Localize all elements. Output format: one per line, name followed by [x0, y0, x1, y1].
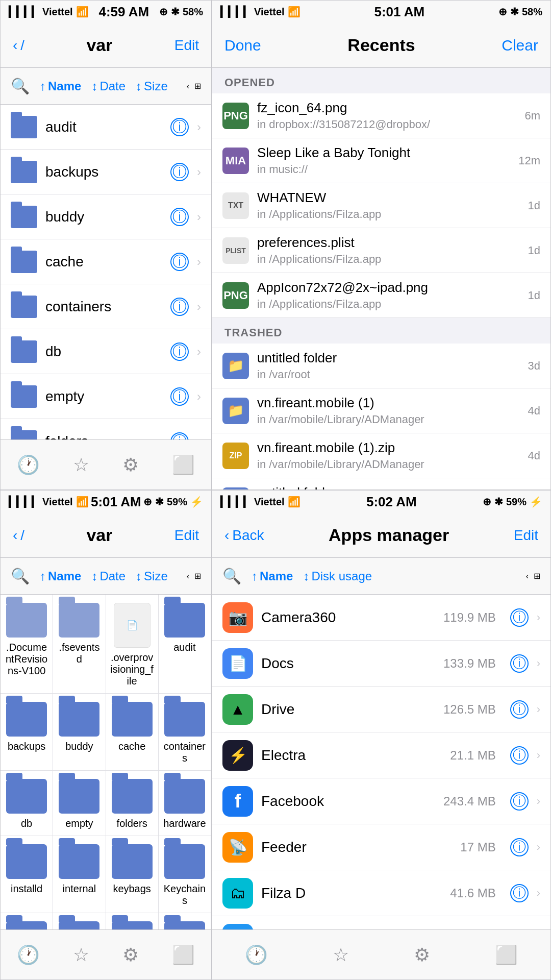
grid-item[interactable]: empty — [53, 771, 106, 836]
tab-recents-br[interactable]: 🕐 — [245, 944, 268, 966]
tab-files-tl[interactable]: ⬜ — [172, 454, 195, 476]
info-btn[interactable]: ⓘ — [170, 208, 189, 226]
list-item[interactable]: 📁 vn.fireant.mobile (1) in /var/mobile/L… — [212, 388, 550, 433]
info-btn-facebook[interactable]: ⓘ — [510, 792, 529, 811]
grid-item[interactable]: lock — [106, 913, 159, 929]
list-item[interactable]: 📁 untitled folder in / 4d — [212, 478, 550, 489]
info-btn-filza[interactable]: ⓘ — [510, 884, 529, 902]
app-item-drive[interactable]: ▲ Drive 126.5 MB ⓘ › — [212, 687, 550, 732]
chevron-left-tl[interactable]: ‹ — [187, 82, 189, 91]
grid-item[interactable]: 📄 .overprovisioning_file — [106, 595, 159, 694]
list-item[interactable]: PNG fz_icon_64.png in dropbox://31508721… — [212, 93, 550, 138]
tab-settings-br[interactable]: ⚙ — [414, 944, 430, 966]
app-item-camera360[interactable]: 📷 Camera360 119.9 MB ⓘ › — [212, 595, 550, 641]
tab-recents-tl[interactable]: 🕐 — [17, 454, 40, 476]
tab-settings-tl[interactable]: ⚙ — [122, 454, 139, 476]
clear-btn-tr[interactable]: Clear — [502, 37, 538, 54]
settings-icon-br: ⚙ — [414, 944, 430, 966]
grid-view-tl[interactable]: ⊞ — [194, 81, 201, 91]
app-icon-fireant: F — [222, 924, 253, 930]
info-btn[interactable]: ⓘ — [170, 298, 189, 316]
grid-item[interactable]: containers — [159, 694, 211, 771]
sort-name-br[interactable]: ↑ Name — [252, 569, 293, 583]
info-btn-drive[interactable]: ⓘ — [510, 700, 529, 719]
info-btn[interactable]: ⓘ — [170, 118, 189, 136]
sort-name-bl[interactable]: ↑ Name — [40, 569, 81, 583]
tab-favorites-bl[interactable]: ☆ — [73, 944, 89, 966]
tab-recents-bl[interactable]: 🕐 — [17, 944, 40, 966]
app-item-fireant[interactable]: F FireAnt 13.6 MB ⓘ › — [212, 916, 550, 929]
grid-item[interactable]: lib — [1, 913, 53, 929]
list-item[interactable]: PNG AppIcon72x72@2x~ipad.png in /Applica… — [212, 273, 550, 318]
app-item-facebook[interactable]: f Facebook 243.4 MB ⓘ › — [212, 778, 550, 824]
back-btn-bl[interactable]: ‹ / — [13, 527, 24, 544]
grid-item[interactable]: backups — [1, 694, 53, 771]
grid-item[interactable]: hardware — [159, 771, 211, 836]
edit-btn-br[interactable]: Edit — [514, 527, 538, 544]
sort-date-bl[interactable]: ↕ Date — [91, 569, 126, 583]
grid-item[interactable]: folders — [106, 771, 159, 836]
chevron-left-br[interactable]: ‹ — [526, 572, 529, 581]
search-icon-bl[interactable]: 🔍 — [11, 567, 30, 585]
list-item[interactable]: folders ⓘ › — [1, 419, 211, 439]
grid-item[interactable]: .fseventsd — [53, 595, 106, 694]
list-item[interactable]: audit ⓘ › — [1, 105, 211, 150]
tab-favorites-br[interactable]: ☆ — [333, 944, 349, 966]
grid-item[interactable]: audit — [159, 595, 211, 694]
info-btn-electra[interactable]: ⓘ — [510, 746, 529, 765]
sort-name-tl[interactable]: ↑ Name — [40, 79, 81, 93]
info-btn[interactable]: ⓘ — [170, 432, 189, 440]
sort-size-bl[interactable]: ↕ Size — [136, 569, 168, 583]
app-item-electra[interactable]: ⚡ Electra 21.1 MB ⓘ › — [212, 732, 550, 778]
info-btn-feeder[interactable]: ⓘ — [510, 838, 529, 856]
back-btn-br[interactable]: ‹ Back — [224, 527, 264, 544]
grid-item[interactable]: keybags — [106, 836, 159, 913]
list-item[interactable]: ZIP vn.fireant.mobile (1).zip in /var/mo… — [212, 433, 550, 478]
done-btn-tr[interactable]: Done — [224, 37, 261, 54]
list-item[interactable]: PLIST preferences.plist in /Applications… — [212, 228, 550, 273]
list-item[interactable]: TXT WHATNEW in /Applications/Filza.app 1… — [212, 183, 550, 228]
tab-files-br[interactable]: ⬜ — [495, 944, 518, 966]
back-btn-tl[interactable]: ‹ / — [13, 37, 24, 54]
grid-item[interactable]: installd — [1, 836, 53, 913]
list-item[interactable]: cache ⓘ › — [1, 239, 211, 284]
app-item-docs[interactable]: 📄 Docs 133.9 MB ⓘ › — [212, 641, 550, 687]
edit-btn-tl[interactable]: Edit — [174, 37, 199, 54]
list-item[interactable]: db ⓘ › — [1, 329, 211, 374]
grid-item[interactable]: cache — [106, 694, 159, 771]
edit-btn-bl[interactable]: Edit — [174, 527, 199, 544]
info-btn[interactable]: ⓘ — [170, 342, 189, 361]
grid-item[interactable]: buddy — [53, 694, 106, 771]
list-item[interactable]: empty ⓘ › — [1, 374, 211, 419]
grid-view-br[interactable]: ⊞ — [534, 571, 540, 581]
tab-settings-bl[interactable]: ⚙ — [122, 944, 139, 966]
tab-favorites-tl[interactable]: ☆ — [73, 454, 89, 476]
grid-view-bl[interactable]: ⊞ — [194, 571, 201, 581]
grid-item[interactable]: db — [1, 771, 53, 836]
chevron-left-bl[interactable]: ‹ — [187, 572, 189, 581]
info-btn-docs[interactable]: ⓘ — [510, 654, 529, 673]
search-icon-br[interactable]: 🔍 — [222, 567, 241, 585]
grid-item[interactable]: internal — [53, 836, 106, 913]
grid-item[interactable]: local — [53, 913, 106, 929]
app-icon-filza: 🗂 — [222, 878, 253, 909]
sort-size-tl[interactable]: ↕ Size — [136, 79, 168, 93]
grid-item[interactable]: Keychains — [159, 836, 211, 913]
list-item[interactable]: containers ⓘ › — [1, 284, 211, 329]
list-item[interactable]: buddy ⓘ › — [1, 194, 211, 239]
info-btn[interactable]: ⓘ — [170, 387, 189, 406]
app-item-feeder[interactable]: 📡 Feeder 17 MB ⓘ › — [212, 824, 550, 870]
tab-files-bl[interactable]: ⬜ — [172, 944, 195, 966]
list-item[interactable]: 📁 untitled folder in /var/root 3d — [212, 344, 550, 388]
list-item[interactable]: MIA Sleep Like a Baby Tonight in music:/… — [212, 138, 550, 183]
sort-disk-br[interactable]: ↕ Disk usage — [303, 569, 372, 583]
info-btn-camera360[interactable]: ⓘ — [510, 608, 529, 627]
grid-item[interactable]: .DocumentRevisions-V100 — [1, 595, 53, 694]
app-item-filza[interactable]: 🗂 Filza D 41.6 MB ⓘ › — [212, 870, 550, 916]
search-icon-tl[interactable]: 🔍 — [11, 77, 30, 95]
list-item[interactable]: backups ⓘ › — [1, 150, 211, 194]
info-btn[interactable]: ⓘ — [170, 163, 189, 181]
info-btn[interactable]: ⓘ — [170, 253, 189, 271]
sort-date-tl[interactable]: ↕ Date — [91, 79, 126, 93]
grid-item[interactable]: log — [159, 913, 211, 929]
